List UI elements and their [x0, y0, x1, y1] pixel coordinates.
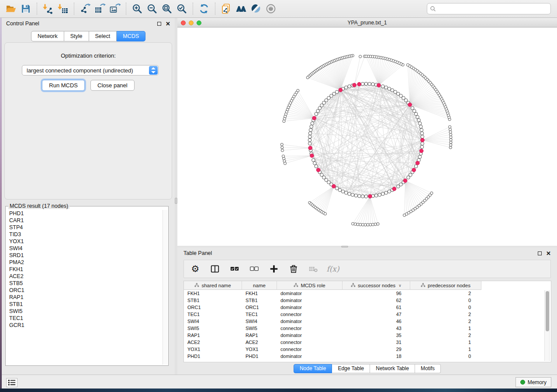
- close-window-icon[interactable]: [181, 21, 186, 25]
- run-mcds-button[interactable]: Run MCDS: [42, 80, 85, 91]
- network-node[interactable]: [387, 190, 391, 193]
- mcds-result-item[interactable]: CAR1: [7, 217, 162, 224]
- network-leaf-node[interactable]: [359, 223, 362, 226]
- table-row[interactable]: ACE2ACE2connector311: [184, 339, 551, 346]
- zoom-out-button[interactable]: [145, 1, 159, 16]
- network-node[interactable]: [421, 142, 424, 145]
- tab-mcds[interactable]: MCDS: [117, 31, 145, 41]
- delete-table-button[interactable]: [308, 264, 318, 274]
- network-node[interactable]: [315, 165, 318, 168]
- network-node[interactable]: [387, 87, 391, 91]
- mcds-result-item[interactable]: ORC1: [7, 287, 162, 294]
- network-node[interactable]: [378, 193, 381, 196]
- network-hub-node[interactable]: [392, 187, 396, 191]
- network-node[interactable]: [364, 82, 368, 86]
- table-row[interactable]: RAP1RAP1dominator352: [184, 332, 551, 339]
- task-history-button[interactable]: [6, 378, 17, 387]
- network-node[interactable]: [315, 112, 318, 116]
- network-node[interactable]: [418, 122, 422, 125]
- search-network-button[interactable]: [234, 1, 249, 16]
- mcds-result-item[interactable]: YOX1: [7, 238, 162, 245]
- column-header-shared-name[interactable]: shared name: [184, 281, 242, 290]
- network-node[interactable]: [308, 138, 311, 142]
- close-panel-button[interactable]: Close panel: [90, 80, 135, 91]
- network-leaf-node[interactable]: [449, 131, 452, 133]
- table-scrollbar-thumb[interactable]: [546, 291, 549, 331]
- network-hub-node[interactable]: [310, 154, 314, 158]
- network-leaf-node[interactable]: [352, 223, 354, 225]
- mcds-result-item[interactable]: SWI4: [7, 245, 162, 252]
- network-node[interactable]: [316, 109, 320, 113]
- minimize-window-icon[interactable]: [189, 21, 194, 25]
- network-node[interactable]: [414, 165, 418, 168]
- tab-edge-table[interactable]: Edge Table: [332, 364, 370, 373]
- show-column-button[interactable]: [210, 264, 220, 274]
- network-node[interactable]: [344, 191, 348, 195]
- mcds-result-item[interactable]: RAP1: [7, 294, 162, 301]
- network-leaf-node[interactable]: [449, 133, 452, 136]
- network-node[interactable]: [361, 195, 364, 198]
- network-leaf-node[interactable]: [450, 144, 452, 146]
- zoom-selected-button[interactable]: [174, 1, 189, 16]
- network-node[interactable]: [414, 112, 418, 116]
- table-options-button[interactable]: ⚙: [190, 264, 201, 274]
- network-node[interactable]: [381, 85, 385, 88]
- network-node[interactable]: [416, 115, 419, 119]
- tab-motifs[interactable]: Motifs: [415, 364, 441, 373]
- network-hub-node[interactable]: [408, 103, 412, 107]
- network-leaf-node[interactable]: [450, 141, 452, 144]
- network-hub-node[interactable]: [312, 116, 316, 120]
- network-leaf-node[interactable]: [364, 224, 367, 226]
- network-leaf-node[interactable]: [374, 223, 377, 226]
- tab-network[interactable]: Network: [31, 31, 64, 41]
- mcds-result-item[interactable]: SRD1: [7, 252, 162, 259]
- mcds-result-item[interactable]: PMA2: [7, 259, 162, 266]
- float-panel-icon[interactable]: [157, 22, 161, 26]
- open-file-button[interactable]: [3, 1, 18, 16]
- network-node[interactable]: [309, 128, 312, 132]
- network-node[interactable]: [361, 82, 364, 86]
- network-canvas[interactable]: [177, 28, 557, 246]
- network-leaf-node[interactable]: [284, 162, 286, 165]
- float-panel-icon[interactable]: [538, 251, 542, 255]
- mcds-result-item[interactable]: TEC1: [7, 315, 162, 322]
- mcds-result-item[interactable]: SWI5: [7, 308, 162, 315]
- network-node[interactable]: [418, 155, 422, 159]
- mcds-result-item[interactable]: PHD1: [7, 210, 162, 217]
- network-node[interactable]: [394, 90, 397, 94]
- function-builder-button[interactable]: f(x): [328, 264, 338, 274]
- network-node[interactable]: [313, 162, 317, 165]
- network-hub-node[interactable]: [403, 179, 407, 182]
- network-node[interactable]: [420, 145, 424, 149]
- network-node[interactable]: [420, 128, 423, 132]
- mcds-result-item[interactable]: ACE2: [7, 273, 162, 280]
- table-row[interactable]: ORC1ORC1dominator610: [184, 304, 551, 311]
- network-leaf-node[interactable]: [449, 146, 452, 149]
- network-hub-node[interactable]: [421, 138, 425, 142]
- network-node[interactable]: [335, 187, 339, 190]
- mcds-list-scrollbar[interactable]: [163, 210, 167, 364]
- network-leaf-node[interactable]: [406, 64, 409, 66]
- network-leaf-node[interactable]: [367, 224, 369, 226]
- network-node[interactable]: [351, 193, 354, 196]
- network-node[interactable]: [348, 192, 351, 196]
- network-leaf-node[interactable]: [283, 120, 285, 122]
- network-leaf-node[interactable]: [281, 149, 284, 151]
- network-leaf-node[interactable]: [359, 55, 362, 58]
- network-node[interactable]: [344, 86, 348, 89]
- share-document-button[interactable]: [219, 1, 234, 16]
- network-leaf-node[interactable]: [450, 136, 452, 138]
- table-row[interactable]: FKH1FKH1dominator962: [184, 290, 551, 297]
- network-hub-node[interactable]: [353, 83, 356, 87]
- close-panel-icon[interactable]: ✕: [166, 22, 170, 26]
- close-panel-icon[interactable]: ✕: [546, 251, 551, 255]
- network-leaf-node[interactable]: [371, 223, 374, 226]
- network-hub-node[interactable]: [412, 168, 416, 172]
- network-node[interactable]: [354, 194, 358, 197]
- network-node[interactable]: [308, 132, 312, 135]
- network-leaf-node[interactable]: [324, 213, 326, 215]
- network-leaf-node[interactable]: [449, 126, 451, 128]
- column-header-MCDS-role[interactable]: MCDS role: [277, 281, 343, 290]
- network-hub-node[interactable]: [377, 83, 381, 87]
- network-node[interactable]: [368, 82, 371, 86]
